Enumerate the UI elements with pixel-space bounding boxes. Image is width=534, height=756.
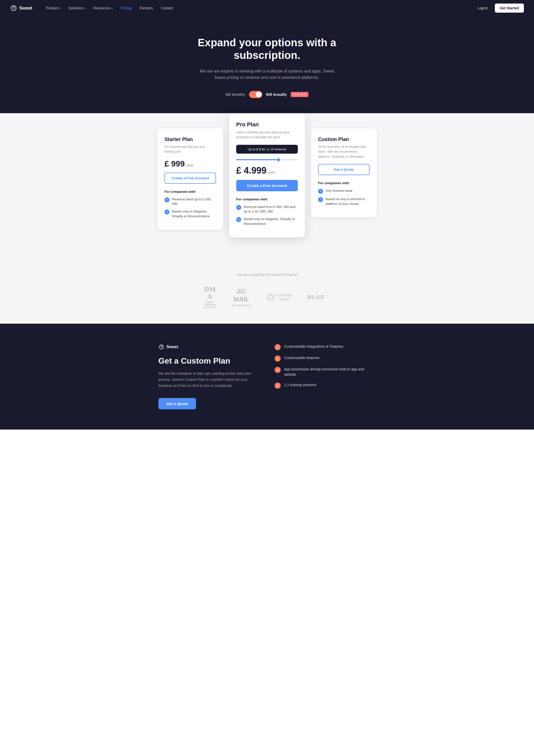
starter-features-label: For companies with: — [164, 190, 216, 194]
custom-features-label: For companies with: — [318, 181, 370, 185]
custom-section-feature-text-3: App businesses driving conversion both i… — [284, 366, 376, 377]
custom-section-body: We are the champion of start ups, wantin… — [158, 371, 259, 389]
check-icon — [164, 197, 170, 202]
custom-section-cta-button[interactable]: Get a Quote — [158, 398, 196, 409]
starter-price: £ 999/ year — [164, 159, 216, 169]
get-started-button[interactable]: Get Started — [495, 4, 524, 13]
navigation: Sweet Product Solutions Resources Pricin… — [0, 0, 534, 16]
billing-monthly-label: Bill Monthly — [226, 92, 245, 96]
pro-price: £ 4.999/ year — [236, 165, 298, 176]
custom-section-logo: Sweet — [158, 344, 259, 350]
custom-check-icon — [275, 356, 280, 362]
custom-section-feature-2: Customisable features — [275, 355, 376, 362]
hero-subtitle: We are are experts in working with a mul… — [199, 68, 335, 81]
pricing-section: Starter Plan For businesses that are jus… — [0, 113, 534, 257]
revenue-slider[interactable] — [236, 159, 298, 160]
revenue-suffix: / y. of revenue — [266, 147, 286, 151]
custom-plan-section: Sweet Get a Custom Plan We are the champ… — [0, 324, 534, 430]
logo-blue: BLUE 14 — [308, 294, 331, 300]
custom-section-feature-text-2: Customisable features — [284, 355, 319, 361]
svg-marker-1 — [267, 294, 274, 300]
nav-item-contact[interactable]: Contact — [158, 4, 177, 12]
check-icon — [236, 205, 241, 210]
pro-desc: Select monthly revenue band of your busi… — [236, 130, 298, 140]
starter-desc: For businesses that are just starting ou… — [164, 144, 216, 154]
logo-icon — [10, 5, 17, 12]
custom-right: Customisable Integrations & Features Cus… — [275, 344, 376, 394]
hero-title: Expand your options with a subscription. — [191, 37, 343, 62]
custom-section-feature-3: App businesses driving conversion both i… — [275, 366, 376, 377]
starter-title: Starter Plan — [164, 136, 216, 142]
pro-title: Pro Plan — [236, 121, 298, 128]
starter-feature-text-2: Based only on Magento, Shopify or Woocom… — [172, 209, 216, 218]
pro-card: Pro Plan Select monthly revenue band of … — [229, 113, 305, 237]
pro-feature-1: Revenue band from £ 500, 000 and up to £… — [236, 205, 298, 214]
starter-feature-2: Based only on Magento, Shopify or Woocom… — [164, 209, 216, 218]
custom-title: Custom Plan — [318, 136, 370, 142]
nav-item-product[interactable]: Product — [42, 4, 64, 12]
nav-item-resources[interactable]: Resources — [90, 4, 116, 12]
nav-item-partners[interactable]: Partners — [136, 4, 157, 12]
enterprise-icon — [267, 293, 274, 301]
logo-enterprise-nation: EnterpriseNation — [267, 293, 292, 301]
trusted-section: We are trusted by the best in the world … — [0, 257, 534, 324]
starter-card: Starter Plan For businesses that are jus… — [157, 128, 223, 230]
starter-feature-text-1: Revenue band up to £ 500, 000 — [172, 197, 216, 206]
nav-links: Product Solutions Resources Pricing Part… — [42, 4, 475, 12]
custom-section-feature-4: 1:1 training sessions — [275, 382, 376, 389]
pro-cta-button[interactable]: Create a Free Account — [236, 180, 298, 191]
custom-section-feature-text-4: 1:1 training sessions — [284, 382, 316, 388]
svg-point-3 — [161, 347, 162, 348]
custom-feature-text-2: Based on any e-commerce platform of your… — [326, 197, 370, 206]
logos-row: DMA Data &MarketingAssociation JiCMAIL M… — [10, 286, 524, 309]
custom-section-feature-text-1: Customisable Integrations & Features — [284, 344, 343, 349]
custom-section-title: Get a Custom Plan — [158, 356, 259, 365]
logo-jicmail: JiCMAIL Mail Media Metrics — [231, 287, 252, 307]
svg-marker-2 — [269, 295, 273, 299]
starter-cta-button[interactable]: Create a Free Account — [164, 173, 216, 184]
pricing-cards: Starter Plan For businesses that are jus… — [153, 113, 381, 237]
check-icon — [318, 197, 323, 202]
revenue-prefix: Up to — [248, 147, 255, 151]
nav-actions: Log In Get Started — [475, 4, 524, 13]
custom-feature-text-1: Any revenue band — [326, 188, 352, 193]
custom-logo-icon — [158, 344, 164, 350]
logo-dma: DMA Data &MarketingAssociation — [203, 286, 216, 309]
login-button[interactable]: Log In — [475, 4, 491, 12]
check-icon — [318, 189, 323, 194]
custom-section-logo-text: Sweet — [167, 345, 178, 349]
custom-inner: Sweet Get a Custom Plan We are the champ… — [158, 344, 376, 409]
custom-check-icon — [275, 367, 280, 373]
check-icon — [236, 217, 241, 222]
custom-card: Custom Plan Fit for business of all shap… — [311, 128, 377, 217]
logo[interactable]: Sweet — [10, 5, 32, 12]
toggle-slider — [249, 91, 262, 98]
custom-cta-button[interactable]: Get a Quote — [318, 164, 370, 175]
custom-check-icon — [275, 344, 280, 350]
check-icon — [164, 209, 170, 215]
custom-check-icon — [275, 383, 280, 389]
custom-left: Sweet Get a Custom Plan We are the champ… — [158, 344, 259, 409]
trusted-label: We are trusted by the best in the world — [10, 273, 524, 277]
hero-section: Expand your options with a subscription.… — [0, 16, 534, 128]
custom-feature-1: Any revenue band — [318, 188, 370, 194]
pro-feature-text-1: Revenue band from £ 500, 000 and up to £… — [244, 205, 298, 214]
billing-annually-label: Bill Anually — [266, 92, 287, 96]
revenue-slider-container — [236, 157, 298, 161]
svg-point-0 — [13, 8, 14, 9]
revenue-value: £ 2 m — [256, 147, 265, 151]
revenue-band-display: Up to £ 2 m / y. of revenue — [236, 145, 298, 154]
logo-text: Sweet — [19, 6, 32, 11]
custom-section-feature-1: Customisable Integrations & Features — [275, 344, 376, 350]
billing-toggle: Bill Monthly Bill Anually SAVE 20% — [10, 91, 524, 98]
custom-desc: Fit for business of all shapes and sizes… — [318, 144, 370, 159]
billing-toggle-switch[interactable] — [249, 91, 262, 98]
nav-item-solutions[interactable]: Solutions — [65, 4, 89, 12]
pro-features-label: For companies with: — [236, 197, 298, 201]
pro-feature-2: Based only on Magento, Shopify or Woocom… — [236, 217, 298, 226]
starter-feature-1: Revenue band up to £ 500, 000 — [164, 197, 216, 206]
nav-item-pricing[interactable]: Pricing — [117, 4, 135, 12]
pro-feature-text-2: Based only on Magento, Shopify or Woocom… — [244, 217, 298, 226]
save-badge: SAVE 20% — [291, 92, 308, 97]
custom-feature-2: Based on any e-commerce platform of your… — [318, 197, 370, 206]
